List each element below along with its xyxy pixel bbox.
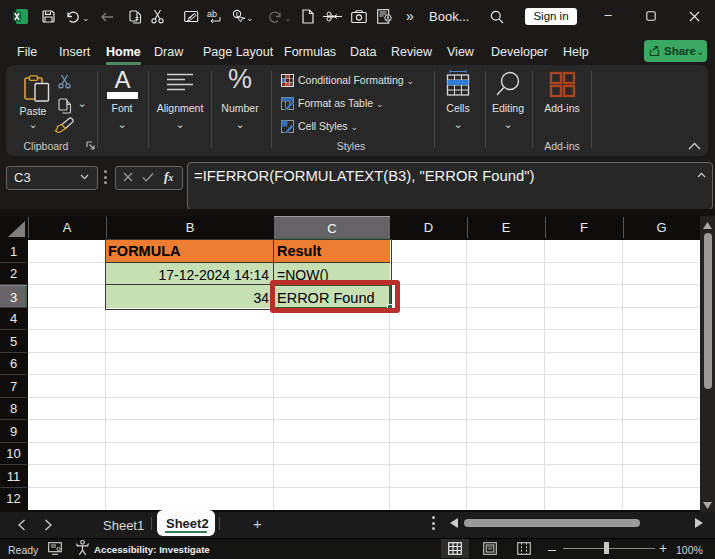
- svg-text:ab: ab: [207, 9, 217, 19]
